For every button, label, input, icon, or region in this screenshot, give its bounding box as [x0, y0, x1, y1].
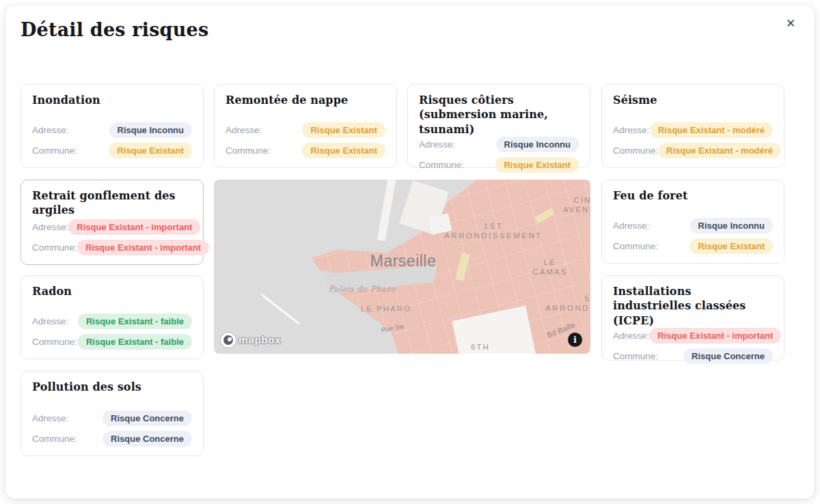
adresse-row: Adresse: Risque Existant - modéré	[613, 122, 773, 138]
adresse-label: Adresse:	[613, 331, 649, 341]
commune-label: Commune:	[32, 242, 77, 253]
adresse-label: Adresse:	[613, 221, 649, 231]
risk-card-radon: Radon Adresse: Risque Existant - faible …	[20, 275, 204, 359]
commune-risk-badge: Risque Concerne	[683, 348, 773, 364]
commune-risk-badge: Risque Existant	[302, 143, 385, 158]
commune-label: Commune:	[613, 241, 658, 251]
adresse-label: Adresse:	[226, 125, 262, 135]
commune-risk-badge: Risque Existant - important	[77, 240, 209, 255]
map-district-label-5th-arrondissement: 5TH ARRONDISSEMENT	[545, 294, 590, 313]
map-district-label-le-pharo: LE PHARO	[361, 304, 411, 313]
commune-row: Commune: Risque Existant	[32, 143, 192, 158]
commune-row: Commune: Risque Existant	[226, 143, 385, 158]
commune-risk-badge: Risque Existant	[689, 238, 773, 254]
risk-card-risques-cotiers: Risques côtiers (submersion marine, tsun…	[407, 84, 590, 168]
commune-row: Commune: Risque Existant - important	[32, 240, 192, 255]
adresse-label: Adresse:	[613, 125, 649, 135]
risk-card-retrait-gonflement-argiles: Retrait gonflement des argiles Adresse: …	[20, 180, 204, 265]
map-district-label-le-camas: LE CAMAS	[530, 257, 571, 277]
risk-card-title: Feu de foret	[613, 188, 773, 203]
commune-label: Commune:	[226, 145, 271, 156]
adresse-row: Adresse: Risque Existant - important	[613, 328, 773, 344]
commune-row: Commune: Risque Concerne	[32, 431, 192, 447]
commune-row: Commune: Risque Concerne	[613, 348, 773, 364]
commune-risk-badge: Risque Existant	[495, 157, 579, 173]
commune-risk-badge: Risque Existant - faible	[78, 334, 192, 350]
commune-label: Commune:	[613, 351, 658, 361]
adresse-label: Adresse:	[32, 413, 68, 423]
adresse-risk-badge: Risque Inconnu	[109, 122, 193, 138]
risk-card-feu-de-foret: Feu de foret Adresse: Risque Inconnu Com…	[601, 180, 784, 264]
adresse-label: Adresse:	[419, 139, 455, 150]
risk-card-pollution-des-sols: Pollution des sols Adresse: Risque Conce…	[20, 371, 204, 456]
page-title: Détail des risques	[20, 19, 208, 40]
adresse-risk-badge: Risque Existant - important	[68, 219, 200, 235]
adresse-risk-badge: Risque Existant - modéré	[650, 122, 773, 138]
adresse-row: Adresse: Risque Existant	[226, 122, 385, 138]
map-city-label: Marseille	[370, 252, 437, 270]
risk-detail-modal: Détail des risques ✕ Inondation Adresse:…	[5, 5, 815, 499]
commune-row: Commune: Risque Existant	[613, 238, 773, 254]
adresse-row: Adresse: Risque Inconnu	[32, 122, 192, 138]
risk-card-remontee-de-nappe: Remontée de nappe Adresse: Risque Exista…	[214, 84, 397, 168]
commune-label: Commune:	[419, 160, 464, 170]
risk-card-seisme: Séisme Adresse: Risque Existant - modéré…	[601, 84, 784, 168]
adresse-label: Adresse:	[32, 125, 68, 135]
map-poi-label-palais-du-pharo: Palais du Pharo	[329, 284, 396, 294]
adresse-row: Adresse: Risque Existant - important	[32, 219, 192, 235]
map-district-label-1st-arrondissement: 1ST ARRONDISSEMENT	[444, 221, 543, 241]
commune-label: Commune:	[32, 145, 77, 156]
risk-card-title: Installations industrielles classées (IC…	[613, 284, 773, 328]
adresse-risk-badge: Risque Existant - important	[649, 328, 781, 344]
adresse-risk-badge: Risque Concerne	[102, 410, 192, 426]
adresse-risk-badge: Risque Existant	[302, 122, 385, 138]
risk-card-title: Inondation	[32, 93, 192, 107]
adresse-row: Adresse: Risque Inconnu	[613, 218, 773, 234]
risk-card-title: Séisme	[613, 93, 773, 107]
commune-risk-badge: Risque Existant - modéré	[658, 143, 781, 158]
commune-row: Commune: Risque Existant - modéré	[613, 143, 773, 158]
commune-label: Commune:	[32, 337, 77, 347]
close-icon[interactable]: ✕	[782, 15, 800, 33]
adresse-row: Adresse: Risque Existant - faible	[32, 313, 192, 329]
risk-card-inondation: Inondation Adresse: Risque Inconnu Commu…	[20, 84, 204, 168]
boat-wake-shape	[260, 294, 299, 324]
commune-risk-badge: Risque Existant	[109, 143, 192, 158]
commune-row: Commune: Risque Existant	[419, 157, 579, 173]
risk-map[interactable]: Marseille 1ST ARRONDISSEMENT LE CAMAS CI…	[214, 180, 590, 354]
adresse-row: Adresse: Risque Concerne	[32, 410, 192, 426]
commune-label: Commune:	[613, 145, 658, 156]
mapbox-attribution[interactable]: mapbox	[221, 333, 281, 348]
map-district-label-6th: 6TH	[471, 342, 490, 352]
pier-shape	[377, 180, 396, 241]
risk-card-icpe: Installations industrielles classées (IC…	[601, 275, 784, 361]
risk-card-title: Radon	[32, 284, 192, 298]
adresse-risk-badge: Risque Inconnu	[496, 137, 579, 152]
adresse-label: Adresse:	[32, 222, 68, 232]
commune-row: Commune: Risque Existant - faible	[32, 334, 192, 350]
adresse-risk-badge: Risque Inconnu	[690, 218, 774, 234]
commune-label: Commune:	[32, 434, 77, 444]
commune-risk-badge: Risque Concerne	[102, 431, 192, 447]
risk-card-title: Pollution des sols	[32, 380, 192, 394]
risk-card-title: Retrait gonflement des argiles	[32, 188, 192, 218]
map-district-label-cinq-avenues: CINQ AVENUES	[563, 195, 590, 215]
adresse-risk-badge: Risque Existant - faible	[78, 313, 192, 329]
map-info-icon[interactable]: i	[568, 333, 582, 347]
risk-card-title: Remontée de nappe	[226, 93, 385, 107]
adresse-label: Adresse:	[32, 316, 68, 326]
adresse-row: Adresse: Risque Inconnu	[419, 137, 579, 152]
mapbox-logo-icon	[221, 333, 236, 348]
mapbox-wordmark: mapbox	[238, 334, 281, 346]
risk-card-title: Risques côtiers (submersion marine, tsun…	[419, 93, 579, 137]
